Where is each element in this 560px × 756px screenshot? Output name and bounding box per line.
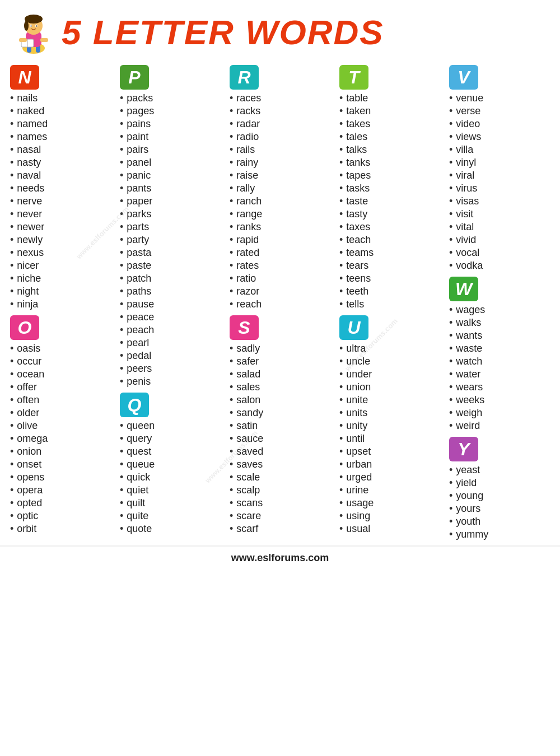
word-occur: occur bbox=[10, 355, 111, 368]
svg-rect-14 bbox=[40, 38, 48, 42]
word-using: using bbox=[339, 510, 440, 522]
word-safer: safer bbox=[230, 355, 330, 368]
word-pedal: pedal bbox=[120, 349, 221, 362]
word-paint: paint bbox=[120, 130, 221, 143]
word-vodka: vodka bbox=[449, 259, 550, 272]
word-virus: virus bbox=[449, 182, 550, 195]
word-radio: radio bbox=[230, 130, 330, 143]
word-taste: taste bbox=[339, 195, 440, 208]
word-tasty: tasty bbox=[339, 208, 440, 221]
word-parts: parts bbox=[120, 221, 221, 234]
list-P: packs pages pains paint pairs panel pani… bbox=[120, 92, 221, 388]
word-never: never bbox=[10, 208, 111, 221]
word-quilt: quilt bbox=[120, 497, 221, 510]
content-area: www.eslforums.com www.eslforums.com www.… bbox=[0, 60, 560, 541]
word-peach: peach bbox=[120, 324, 221, 337]
word-urban: urban bbox=[339, 458, 440, 471]
svg-point-8 bbox=[24, 21, 29, 31]
word-viral: viral bbox=[449, 169, 550, 182]
word-newly: newly bbox=[10, 234, 111, 246]
word-scalp: scalp bbox=[230, 484, 330, 497]
word-rated: rated bbox=[230, 246, 330, 259]
word-scarf: scarf bbox=[230, 522, 330, 535]
word-visas: visas bbox=[449, 195, 550, 208]
list-U: ultra uncle under union unite units unit… bbox=[339, 342, 440, 535]
word-niche: niche bbox=[10, 272, 111, 285]
word-pearl: pearl bbox=[120, 337, 221, 349]
word-teens: teens bbox=[339, 272, 440, 285]
word-pants: pants bbox=[120, 182, 221, 195]
word-reach: reach bbox=[230, 298, 330, 311]
badge-V: V bbox=[449, 65, 478, 90]
list-R: races racks radar radio rails rainy rais… bbox=[230, 92, 330, 311]
word-tales: tales bbox=[339, 130, 440, 143]
word-ratio: ratio bbox=[230, 272, 330, 285]
word-names: names bbox=[10, 130, 111, 143]
word-panel: panel bbox=[120, 156, 221, 169]
word-vocal: vocal bbox=[449, 246, 550, 259]
badge-P: P bbox=[120, 65, 149, 90]
word-urged: urged bbox=[339, 471, 440, 484]
word-young: young bbox=[449, 489, 550, 502]
word-salon: salon bbox=[230, 394, 330, 407]
badge-O: O bbox=[10, 315, 39, 340]
page-title: 5 LETTER WORDS bbox=[62, 15, 384, 50]
word-opera: opera bbox=[10, 484, 111, 497]
website-url: www.eslforums.com bbox=[231, 552, 329, 563]
word-taken: taken bbox=[339, 105, 440, 118]
word-weigh: weigh bbox=[449, 407, 550, 419]
list-Y: yeast yield young yours youth yummy bbox=[449, 464, 550, 541]
col-5: V venue verse video views villa vinyl vi… bbox=[445, 60, 554, 541]
col-2: P packs pages pains paint pairs panel pa… bbox=[115, 60, 225, 541]
word-youth: youth bbox=[449, 515, 550, 528]
word-ranch: ranch bbox=[230, 195, 330, 208]
word-naval: naval bbox=[10, 169, 111, 182]
col-1: N nails naked named names nasal nasty na… bbox=[6, 60, 115, 541]
word-panic: panic bbox=[120, 169, 221, 182]
word-sales: sales bbox=[230, 381, 330, 394]
word-nails: nails bbox=[10, 92, 111, 105]
word-peers: peers bbox=[120, 362, 221, 375]
word-night: night bbox=[10, 285, 111, 298]
word-yield: yield bbox=[449, 477, 550, 489]
word-omega: omega bbox=[10, 432, 111, 445]
word-quest: quest bbox=[120, 445, 221, 458]
word-vital: vital bbox=[449, 221, 550, 234]
footer: www.eslforums.com bbox=[0, 545, 560, 567]
badge-U: U bbox=[339, 315, 368, 340]
badge-W: W bbox=[449, 277, 478, 301]
word-optic: optic bbox=[10, 510, 111, 522]
col-3: R races racks radar radio rails rainy ra… bbox=[225, 60, 335, 541]
word-onset: onset bbox=[10, 458, 111, 471]
word-rainy: rainy bbox=[230, 156, 330, 169]
word-nerve: nerve bbox=[10, 195, 111, 208]
word-pause: pause bbox=[120, 298, 221, 311]
word-pages: pages bbox=[120, 105, 221, 118]
word-parks: parks bbox=[120, 208, 221, 221]
word-wages: wages bbox=[449, 304, 550, 316]
word-yummy: yummy bbox=[449, 528, 550, 541]
word-opens: opens bbox=[10, 471, 111, 484]
word-waste: waste bbox=[449, 342, 550, 355]
word-union: union bbox=[339, 381, 440, 394]
word-talks: talks bbox=[339, 143, 440, 156]
word-upset: upset bbox=[339, 445, 440, 458]
word-takes: takes bbox=[339, 118, 440, 130]
word-saved: saved bbox=[230, 445, 330, 458]
word-sadly: sadly bbox=[230, 342, 330, 355]
word-rates: rates bbox=[230, 259, 330, 272]
word-often: often bbox=[10, 394, 111, 407]
word-scans: scans bbox=[230, 497, 330, 510]
word-weeks: weeks bbox=[449, 394, 550, 407]
word-yours: yours bbox=[449, 502, 550, 515]
word-verse: verse bbox=[449, 105, 550, 118]
word-pasta: pasta bbox=[120, 246, 221, 259]
svg-point-11 bbox=[31, 25, 32, 26]
list-N: nails naked named names nasal nasty nava… bbox=[10, 92, 111, 311]
word-teach: teach bbox=[339, 234, 440, 246]
list-Q: queen query quest queue quick quiet quil… bbox=[120, 419, 221, 535]
word-raise: raise bbox=[230, 169, 330, 182]
word-paths: paths bbox=[120, 285, 221, 298]
word-until: until bbox=[339, 432, 440, 445]
word-racks: racks bbox=[230, 105, 330, 118]
